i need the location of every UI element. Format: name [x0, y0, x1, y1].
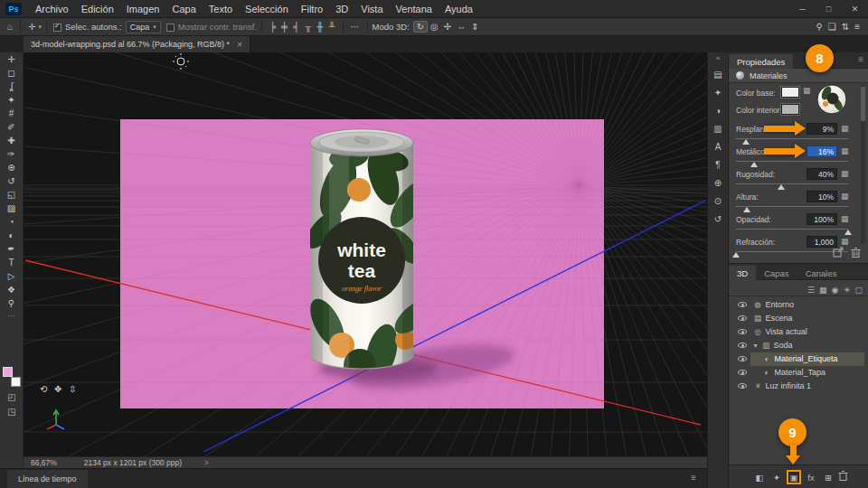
menu-vista[interactable]: Vista	[354, 0, 389, 18]
add-light-icon[interactable]: ✦	[769, 470, 784, 484]
close-button[interactable]: ✕	[842, 0, 868, 18]
roll-3d-icon[interactable]: ◎	[428, 22, 441, 32]
panel-styles-icon[interactable]: ✦	[708, 83, 728, 101]
slider-track[interactable]	[736, 183, 848, 189]
visibility-eye-icon[interactable]	[738, 370, 747, 375]
menu-filtro[interactable]: Filtro	[295, 0, 329, 18]
visibility-eye-icon[interactable]	[738, 315, 747, 321]
menu-capa[interactable]: Capa	[165, 0, 202, 18]
timeline-menu-icon[interactable]: ≡	[691, 473, 696, 483]
filter-view-icon[interactable]: ▢	[854, 286, 863, 295]
panel-character-icon[interactable]: A	[708, 137, 728, 155]
texture-menu-icon[interactable]: ▦	[841, 124, 849, 133]
photoshop-logo-icon[interactable]: Ps	[5, 3, 22, 15]
filter-scene-icon[interactable]: ☰	[807, 286, 815, 295]
align-top-icon[interactable]: ╥	[302, 22, 314, 32]
expand-panels-icon[interactable]: »	[708, 52, 728, 65]
filter-material-icon[interactable]: ◉	[832, 286, 839, 295]
scene-item-body[interactable]: ◐ Material_Etiqueta	[750, 352, 864, 366]
slider-thumb[interactable]	[742, 139, 750, 145]
camera-nav-widgets[interactable]: ⟲✥⇳	[40, 384, 76, 394]
properties-panel-menu-icon[interactable]: ≡	[858, 54, 863, 64]
panel-menu-icon[interactable]: ≡	[852, 22, 863, 32]
slider-track[interactable]	[736, 206, 848, 211]
healing-brush-tool[interactable]: ✚	[0, 134, 23, 147]
minimize-button[interactable]: ─	[789, 0, 816, 18]
slide-3d-icon[interactable]: ⇔	[454, 22, 468, 32]
visibility-eye-icon[interactable]	[738, 302, 747, 307]
document-tab[interactable]: 3d-model-wrapping.psd al 66.7% (Packagin…	[24, 36, 250, 52]
menu-3d[interactable]: 3D	[329, 0, 354, 18]
tool-preset-caret-icon[interactable]: ▾	[38, 23, 42, 31]
marquee-tool[interactable]: ◻	[0, 66, 23, 80]
slider-value-field[interactable]: 9%	[807, 123, 837, 135]
scene-item-escena[interactable]: ▤ Escena	[729, 312, 868, 325]
material-preview-sphere[interactable]	[816, 83, 848, 116]
eyedropper-tool[interactable]: ✐	[0, 120, 23, 134]
orbit-3d-icon[interactable]: ↻	[413, 21, 428, 33]
panel-libraries-icon[interactable]: ▥	[708, 119, 728, 137]
menu-archivo[interactable]: Archivo	[29, 0, 75, 18]
menu-ventana[interactable]: Ventana	[390, 0, 439, 18]
effects-icon[interactable]: fx	[804, 470, 818, 484]
align-center-icon[interactable]: ╪	[278, 22, 290, 32]
menu-imagen[interactable]: Imagen	[120, 0, 166, 18]
scene-item-body[interactable]: ✳ Luz infinita 1	[750, 380, 864, 393]
pen-tool[interactable]: ✒	[0, 242, 23, 256]
texture-menu-icon[interactable]: ▦	[841, 146, 849, 155]
interior-color-swatch[interactable]	[781, 104, 799, 115]
scene-item-material-etiqueta[interactable]: ◐ Material_Etiqueta	[729, 352, 868, 366]
panel-info-icon[interactable]: ⊙	[708, 192, 728, 210]
maximize-button[interactable]: □	[816, 0, 842, 18]
slider-thumb[interactable]	[743, 207, 750, 212]
align-right-icon[interactable]: ╡	[290, 22, 302, 32]
visibility-eye-icon[interactable]	[738, 329, 747, 334]
delete-icon[interactable]	[851, 247, 861, 258]
panel-color-icon[interactable]: ◑	[708, 101, 728, 119]
close-tab-icon[interactable]: ×	[237, 40, 242, 50]
more-options-icon[interactable]: ⋯	[348, 19, 363, 35]
slider-thumb[interactable]	[778, 184, 785, 190]
current-tool-icon[interactable]: ✛	[25, 19, 38, 35]
quick-selection-tool[interactable]: ✦	[0, 93, 23, 107]
workspace-icon[interactable]: ❏	[826, 22, 839, 32]
slider-thumb[interactable]	[844, 230, 852, 235]
base-color-swatch[interactable]	[781, 87, 799, 98]
panel-paragraph-icon[interactable]: ¶	[708, 155, 728, 174]
panel-adjustments-icon[interactable]: ▤	[708, 65, 728, 83]
align-middle-icon[interactable]: ╫	[314, 22, 326, 32]
foreground-color-swatch[interactable]	[3, 367, 13, 377]
hand-tool[interactable]: ❖	[0, 283, 23, 296]
texture-menu-icon[interactable]: ▦	[841, 214, 849, 223]
menu-texto[interactable]: Texto	[203, 0, 239, 18]
scene-item-material-tapa[interactable]: ◐ Material_Tapa	[729, 366, 868, 380]
search-icon[interactable]: ⚲	[813, 22, 825, 32]
blur-tool[interactable]: ◔	[0, 215, 23, 229]
scene-item-soda[interactable]: ▼▥ Soda	[729, 339, 868, 352]
zoom-level-field[interactable]: 66,67%	[31, 458, 57, 467]
slider-value-field[interactable]: 100%	[807, 213, 837, 225]
path-selection-tool[interactable]: ▷	[0, 269, 23, 283]
slider-track[interactable]	[736, 161, 848, 166]
quick-mask-icon[interactable]: ◰	[0, 392, 24, 402]
menu-ayuda[interactable]: Ayuda	[439, 0, 479, 18]
scene-item-body[interactable]: ◍ Entorno	[750, 298, 864, 312]
render-icon[interactable]: ▣	[787, 470, 801, 484]
menu-edicion[interactable]: Edición	[75, 0, 120, 18]
align-left-icon[interactable]: ╞	[267, 22, 278, 32]
slider-value-field[interactable]: 10%	[807, 191, 837, 202]
pan-3d-icon[interactable]: ✢	[441, 22, 454, 32]
scene-item-body[interactable]: ◐ Material_Tapa	[750, 366, 864, 380]
slider-thumb[interactable]	[732, 252, 740, 258]
slider-track[interactable]	[736, 251, 848, 257]
scene-item-luz-infinita-1[interactable]: ✳ Luz infinita 1	[729, 380, 868, 393]
slider-value-field[interactable]: 40%	[807, 168, 837, 180]
clone-stamp-tool[interactable]: ⊕	[0, 161, 23, 174]
panel-history-icon[interactable]: ↺	[708, 210, 728, 228]
visibility-eye-icon[interactable]	[738, 383, 747, 389]
edit-toolbar-icon[interactable]: ⋯	[0, 310, 23, 321]
color-swatches[interactable]	[3, 367, 21, 387]
type-tool[interactable]: T	[0, 256, 23, 269]
scene-item-vista-actual[interactable]: ◎ Vista actual	[729, 325, 868, 339]
add-mesh-icon[interactable]: ◧	[752, 470, 767, 484]
